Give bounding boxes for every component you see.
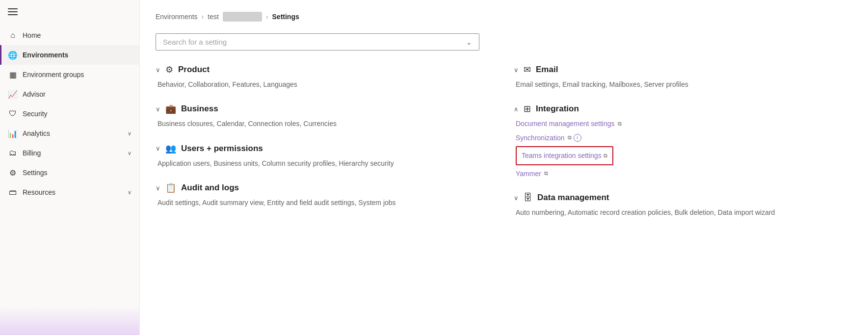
section-title-integration: Integration	[536, 104, 579, 114]
section-users-permissions: ∨ 👥 Users + permissions Application user…	[156, 143, 494, 169]
audit-links: Audit settings, Audit summary view, Enti…	[156, 197, 494, 208]
sidebar-label-security: Security	[23, 110, 132, 118]
billing-icon: 🗂	[8, 148, 18, 158]
section-product: ∨ ⚙ Product Behavior, Collaboration, Fea…	[156, 64, 494, 90]
environment-groups-icon: ▦	[8, 70, 18, 79]
collapse-data-mgmt[interactable]: ∨	[514, 194, 519, 202]
section-title-product: Product	[178, 65, 210, 75]
collapse-users[interactable]: ∨	[156, 145, 160, 152]
document-ext-icon: ⧉	[618, 120, 622, 129]
svg-rect-2	[8, 14, 18, 15]
section-title-data-mgmt: Data management	[537, 193, 609, 203]
business-links-text: Business closures, Calendar, Connection …	[158, 120, 337, 128]
email-links: Email settings, Email tracking, Mailboxe…	[514, 79, 852, 90]
svg-rect-1	[8, 11, 18, 12]
data-mgmt-links: Auto numbering, Automatic record creatio…	[514, 207, 852, 218]
search-bar[interactable]: Search for a setting ⌄	[156, 33, 479, 51]
teams-integration-link[interactable]: Teams integration settings	[522, 150, 602, 161]
sync-info-icon[interactable]: i	[574, 134, 581, 142]
integration-sync-item: Synchronization ⧉ i	[516, 132, 852, 143]
product-links: Behavior, Collaboration, Features, Langu…	[156, 79, 494, 90]
home-icon: ⌂	[8, 30, 18, 40]
section-business: ∨ 💼 Business Business closures, Calendar…	[156, 103, 494, 129]
sidebar-item-settings[interactable]: ⚙Settings	[0, 163, 139, 182]
users-icon: 👥	[165, 143, 176, 154]
business-links: Business closures, Calendar, Connection …	[156, 118, 494, 129]
hamburger-menu[interactable]	[0, 0, 139, 26]
sidebar-item-home[interactable]: ⌂Home	[0, 26, 139, 45]
sidebar-label-environments: Environments	[23, 51, 132, 59]
product-icon: ⚙	[165, 64, 173, 75]
sync-ext-icon: ⧉	[568, 133, 572, 142]
settings-column-2: ∨ ✉ Email Email settings, Email tracking…	[514, 64, 852, 232]
security-icon: 🛡	[8, 109, 18, 119]
sidebar-label-resources: Resources	[23, 188, 123, 196]
analytics-icon: 📊	[8, 129, 18, 138]
breadcrumb-test[interactable]: test	[208, 13, 219, 21]
teams-integration-item[interactable]: Teams integration settings ⧉	[516, 146, 613, 165]
collapse-product[interactable]: ∨	[156, 66, 160, 74]
data-mgmt-links-text: Auto numbering, Automatic record creatio…	[516, 208, 775, 216]
section-title-users: Users + permissions	[181, 144, 263, 154]
settings-grid: ∨ ⚙ Product Behavior, Collaboration, Fea…	[156, 64, 852, 232]
audit-links-text: Audit settings, Audit summary view, Enti…	[158, 199, 396, 206]
yammer-link[interactable]: Yammer	[516, 168, 541, 179]
collapse-audit[interactable]: ∨	[156, 184, 160, 192]
collapse-email[interactable]: ∨	[514, 66, 519, 74]
sidebar-nav: ⌂Home🌐Environments▦Environment groups📈Ad…	[0, 26, 139, 335]
environments-icon: 🌐	[8, 50, 18, 60]
synchronization-link[interactable]: Synchronization	[516, 132, 565, 143]
billing-chevron-icon: ∨	[128, 150, 132, 156]
audit-icon: 📋	[165, 182, 176, 193]
sidebar-item-resources[interactable]: 🗃Resources∨	[0, 182, 139, 202]
users-links-text: Application users, Business units, Colum…	[158, 159, 394, 167]
breadcrumb-sep-1: ›	[202, 13, 204, 21]
collapse-business[interactable]: ∨	[156, 105, 160, 113]
advisor-icon: 📈	[8, 89, 18, 99]
sidebar: ⌂Home🌐Environments▦Environment groups📈Ad…	[0, 0, 140, 335]
sidebar-item-analytics[interactable]: 📊Analytics∨	[0, 124, 139, 143]
email-links-text: Email settings, Email tracking, Mailboxe…	[516, 80, 688, 88]
sidebar-label-analytics: Analytics	[23, 129, 123, 137]
sidebar-item-environment-groups[interactable]: ▦Environment groups	[0, 65, 139, 84]
sidebar-item-environments[interactable]: 🌐Environments	[0, 45, 139, 65]
settings-column-1: ∨ ⚙ Product Behavior, Collaboration, Fea…	[156, 64, 494, 232]
section-integration: ∧ ⊞ Integration Document management sett…	[514, 103, 852, 179]
email-icon: ✉	[524, 64, 531, 75]
business-icon: 💼	[165, 103, 176, 114]
sidebar-label-home: Home	[23, 31, 132, 39]
analytics-chevron-icon: ∨	[128, 130, 132, 137]
section-data-management: ∨ 🗄 Data management Auto numbering, Auto…	[514, 193, 852, 218]
breadcrumb: Environments › test › Settings	[156, 12, 852, 22]
sidebar-label-advisor: Advisor	[23, 90, 132, 98]
main-content: Environments › test › Settings Search fo…	[140, 0, 868, 335]
sidebar-item-advisor[interactable]: 📈Advisor	[0, 84, 139, 104]
sidebar-label-environment-groups: Environment groups	[23, 71, 132, 78]
section-title-business: Business	[181, 104, 218, 114]
sidebar-item-billing[interactable]: 🗂Billing∨	[0, 143, 139, 163]
breadcrumb-environments[interactable]: Environments	[156, 13, 198, 21]
integration-document-item: Document management settings ⧉	[516, 118, 852, 129]
search-placeholder: Search for a setting	[163, 38, 466, 46]
settings-icon: ⚙	[8, 168, 18, 178]
section-audit-logs: ∨ 📋 Audit and logs Audit settings, Audit…	[156, 182, 494, 208]
section-title-audit: Audit and logs	[181, 183, 239, 193]
yammer-ext-icon: ⧉	[544, 169, 548, 178]
resources-chevron-icon: ∨	[128, 189, 132, 196]
breadcrumb-sep-2: ›	[266, 13, 268, 21]
teams-ext-icon: ⧉	[604, 152, 607, 160]
sidebar-label-settings: Settings	[23, 169, 132, 177]
section-email: ∨ ✉ Email Email settings, Email tracking…	[514, 64, 852, 90]
users-links: Application users, Business units, Colum…	[156, 158, 494, 169]
breadcrumb-settings: Settings	[272, 13, 299, 21]
collapse-integration[interactable]: ∧	[514, 105, 519, 113]
svg-rect-0	[8, 8, 18, 9]
integration-icon: ⊞	[524, 103, 531, 114]
sidebar-item-security[interactable]: 🛡Security	[0, 104, 139, 124]
integration-links: Document management settings ⧉ Synchroni…	[514, 118, 852, 179]
document-management-link[interactable]: Document management settings	[516, 118, 615, 129]
breadcrumb-test-redacted	[223, 12, 262, 22]
resources-icon: 🗃	[8, 187, 18, 197]
data-mgmt-icon: 🗄	[524, 193, 532, 203]
search-chevron-icon: ⌄	[466, 38, 472, 46]
